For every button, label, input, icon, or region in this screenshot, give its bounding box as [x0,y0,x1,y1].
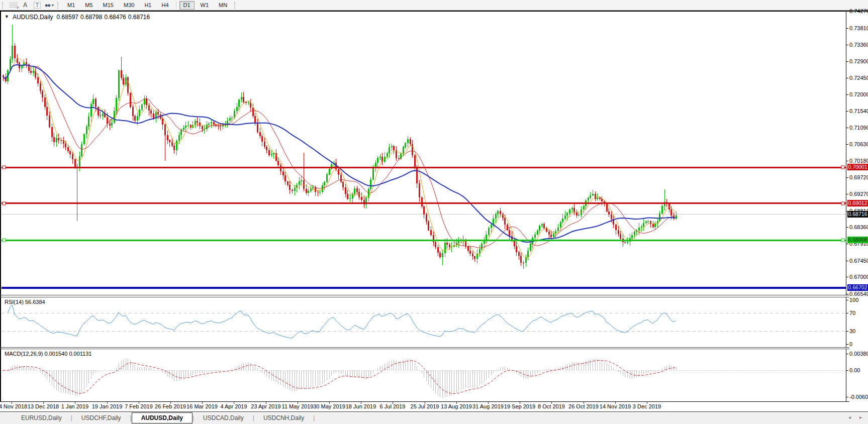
macd-panel-canvas[interactable] [0,349,849,402]
arrows-tool-button[interactable]: ◆◆ ▾ [44,1,54,10]
date-tick-label: 24 Nov 2018 [0,403,27,409]
ohlc-high: 0.68798 [80,14,102,21]
price-line-badge: 0.68008 [847,237,868,243]
fibonacci-icon: F [10,3,17,8]
toolbar-grip[interactable] [57,2,59,9]
chart-tab-usdcad[interactable]: USDCAD,Daily [194,412,253,423]
rsi-scale-label: 30 [849,328,855,334]
timeframe-mn-button[interactable]: MN [215,1,231,10]
toolbar: F A T ◆◆ ▾ M1M5M15M30H1H4D1W1MN [0,0,868,11]
rsi-indicator-label: RSI(14) 56.6384 [5,299,45,305]
ohlc-low: 0.68476 [104,14,126,21]
price-tick-label: 0.69270 [849,191,868,197]
date-tick-label: 31 Aug 2019 [472,403,504,409]
text-tool-button[interactable]: T [32,1,42,10]
price-tick-label: 0.72000 [849,91,868,97]
text-tool-icon: T [34,2,41,9]
tab-separator: | [313,414,315,421]
price-tick-label: 0.74270 [849,8,868,14]
rsi-scale-label: 70 [849,310,855,316]
date-tick-label: 13 Dec 2018 [28,403,59,409]
date-tick-label: 19 Jan 2019 [92,403,123,409]
price-line-badge: 0.66702 [847,284,868,291]
timeframe-m15-button[interactable]: M15 [99,1,118,10]
toolbar-grip[interactable] [234,2,236,9]
date-tick-label: 30 May 2019 [313,403,345,409]
timeframe-w1-button[interactable]: W1 [197,1,213,10]
tab-scroll-left-icon[interactable]: ◂ [848,414,851,420]
date-tick-label: 19 Sep 2019 [504,403,535,409]
rsi-panel-canvas[interactable] [0,297,849,348]
text-label-icon: A [23,2,28,9]
timeframe-d1-button[interactable]: D1 [179,1,195,10]
price-tick-label: 0.72450 [849,75,868,81]
rsi-scale-label: 0 [849,341,852,347]
price-tick-label: 0.66540 [849,291,868,297]
rsi-scale-label: 100 [849,297,858,303]
arrows-icon: ◆◆ [45,3,50,8]
timeframe-m1-button[interactable]: M1 [63,1,79,10]
chart-tab-usdcnh[interactable]: USDCNH,Daily [254,412,313,423]
timeframe-m30-button[interactable]: M30 [120,1,138,10]
macd-scale-label: 0.00 [849,367,860,373]
chart-header: ▼ AUDUSD,Daily 0.68597 0.68798 0.68476 0… [5,14,150,21]
price-tick-label: 0.67450 [849,258,868,264]
price-tick-label: 0.71540 [849,108,868,114]
toolbar-grip[interactable] [2,2,4,9]
timeframe-m5-button[interactable]: M5 [81,1,97,10]
timeframe-h4-button[interactable]: H4 [157,1,172,10]
macd-scale-label: -0.006087 [849,394,868,400]
date-tick-label: 13 Aug 2019 [441,403,472,409]
price-tick-label: 0.67000 [849,274,868,280]
date-tick-label: 25 Jul 2019 [411,403,439,409]
date-tick-label: 26 Feb 2019 [155,403,186,409]
price-tick-label: 0.70630 [849,141,868,147]
date-tick-label: 7 Feb 2019 [125,403,153,409]
macd-scale-label: 0.003804 [849,351,868,357]
date-tick-label: 18 Jun 2019 [346,403,376,409]
date-tick-label: 3 Dec 2019 [633,403,661,409]
date-tick-label: 23 Apr 2019 [251,403,280,409]
collapse-ohlc-icon[interactable]: ▼ [5,14,9,21]
date-tick-label: 14 Nov 2019 [600,403,631,409]
chevron-down-icon[interactable]: ▾ [52,3,54,8]
date-tick-label: 26 Oct 2019 [568,403,599,409]
chart-tabs: EURUSD,Daily|USDCHF,Daily|AUDUSD,Daily|U… [12,412,315,424]
tab-scroll-right-icon[interactable]: ▸ [859,414,862,420]
chart-symbol-period: AUDUSD,Daily [13,14,53,21]
time-axis[interactable]: 24 Nov 201813 Dec 20181 Jan 201919 Jan 2… [0,402,868,411]
price-tick-label: 0.73810 [849,25,868,31]
price-tick-label: 0.71090 [849,125,868,131]
date-tick-label: 4 Apr 2019 [220,403,247,409]
ohlc-open: 0.68597 [57,14,78,21]
price-tick-label: 0.72900 [849,58,868,64]
date-tick-label: 1 Jan 2019 [61,403,88,409]
price-tick-label: 0.68360 [849,224,868,230]
price-tick-label: 0.69720 [849,174,868,180]
timeframe-toolbar: M1M5M15M30H1H4D1W1MN [62,1,232,10]
macd-indicator-label: MACD(12,26,9) 0.001540 0.001131 [5,351,91,357]
date-tick-label: 11 May 2019 [282,403,314,409]
chart-tab-usdchf[interactable]: USDCHF,Daily [72,412,130,423]
main-chart-canvas[interactable] [0,11,849,295]
price-tick-label: 0.73360 [849,42,868,48]
date-tick-label: 8 Oct 2019 [538,403,565,409]
price-line-badge: 0.70001 [847,164,868,170]
text-label-tool-button[interactable]: A [20,1,30,10]
date-tick-label: 6 Jul 2019 [380,403,406,409]
price-line-badge: 0.68716 [847,211,868,218]
chart-tab-bar: EURUSD,Daily|USDCHF,Daily|AUDUSD,Daily|U… [0,411,868,424]
fibonacci-tool-button[interactable]: F [8,1,18,10]
toolbar-separator [176,1,176,9]
chart-tab-eurusd[interactable]: EURUSD,Daily [12,412,71,423]
price-line-badge: 0.69012 [847,200,868,206]
date-tick-label: 16 Mar 2019 [186,403,218,409]
ohlc-close: 0.68716 [128,14,150,21]
price-tick-label: 0.70180 [849,158,868,164]
timeframe-h1-button[interactable]: H1 [140,1,155,10]
chart-tab-audusd[interactable]: AUDUSD,Daily [132,412,192,423]
